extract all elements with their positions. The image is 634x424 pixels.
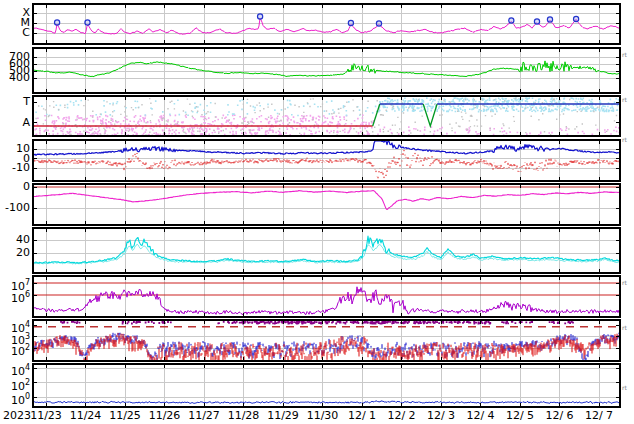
toward-samples (375, 97, 621, 112)
panel-border (33, 184, 620, 225)
saturated-dots (501, 321, 533, 324)
flare-marker (258, 14, 263, 19)
saturated-dots (268, 321, 348, 324)
sector-step-line (373, 104, 380, 126)
panel-border (33, 364, 620, 407)
flare-marker (534, 19, 539, 24)
panel-border (33, 4, 620, 44)
chart-figure: XMC700600500400TA100-100-100402010710610… (0, 0, 634, 424)
flare-marker (348, 20, 353, 25)
horizontal-gridlines (34, 240, 619, 253)
panel-imf-sector (33, 96, 620, 137)
saturated-dots (350, 321, 435, 324)
axis-ticks (34, 229, 619, 272)
panel-xray (33, 4, 620, 44)
bz-component (34, 150, 619, 178)
panel-electron-flux (33, 276, 620, 317)
panel-proton-density (33, 228, 620, 273)
vertical-gridlines (46, 229, 599, 272)
flare-marker (547, 17, 552, 22)
xray-flux (34, 18, 619, 34)
electron-flux (34, 287, 619, 315)
saturated-dots (60, 321, 80, 324)
flare-marker (85, 20, 90, 25)
panel-border (33, 228, 620, 273)
flare-marker (574, 16, 579, 21)
axis-ticks (34, 365, 619, 406)
flare-marker (376, 21, 381, 26)
panel-imf-field (33, 140, 620, 181)
flare-marker (509, 18, 514, 23)
bt-total-field (34, 141, 619, 155)
panel-solar-wind-speed (33, 48, 620, 93)
panel-proton-flux (33, 320, 620, 361)
flare-marker (55, 20, 60, 25)
panel-dst-index (33, 184, 620, 225)
wind-speed (34, 61, 619, 77)
saturated-dots (217, 321, 268, 325)
vertical-gridlines (46, 185, 599, 224)
panel-proton-flux-low (33, 364, 620, 407)
vertical-gridlines (46, 365, 599, 406)
proton-flux-red (34, 333, 619, 360)
chart-svg (0, 0, 634, 424)
saturated-dots (433, 321, 491, 324)
saturated-dots (549, 321, 574, 324)
vertical-gridlines (46, 5, 599, 43)
axis-ticks (34, 5, 619, 43)
dst (34, 191, 619, 210)
horizontal-gridlines (34, 368, 619, 397)
low-energy-proton (34, 401, 619, 404)
